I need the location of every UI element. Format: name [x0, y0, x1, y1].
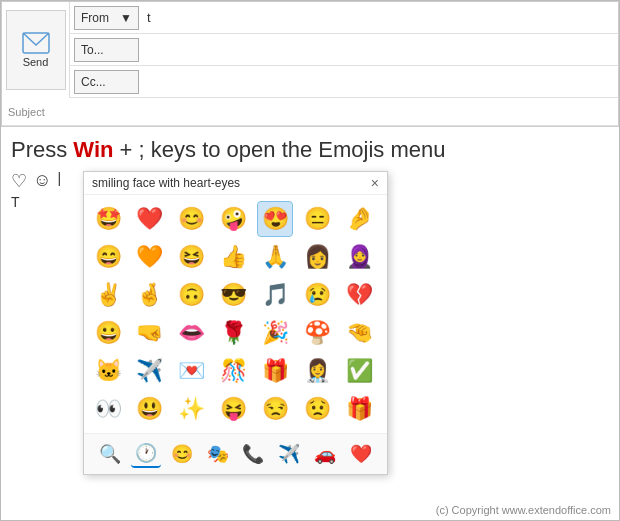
emoji-cell[interactable]: 🤪: [216, 201, 252, 237]
footer-icon[interactable]: 🚗: [310, 441, 340, 467]
emoji-cell[interactable]: ✨: [174, 391, 210, 427]
emoji-icon[interactable]: ☺: [33, 170, 51, 192]
to-button[interactable]: To...: [74, 38, 139, 62]
emoji-cell[interactable]: 👍: [216, 239, 252, 275]
emoji-cell[interactable]: ✅: [341, 353, 377, 389]
from-dropdown-icon: ▼: [120, 11, 132, 25]
copyright-text: (c) Copyright www.extendoffice.com: [436, 504, 611, 516]
emoji-cell[interactable]: 🙃: [174, 277, 210, 313]
emoji-cell[interactable]: 😄: [90, 239, 126, 275]
emoji-cell[interactable]: 😆: [174, 239, 210, 275]
footer-icon[interactable]: 🎭: [203, 441, 233, 467]
emoji-cell[interactable]: 🧕: [341, 239, 377, 275]
from-label: From: [81, 11, 109, 25]
emoji-cell[interactable]: 👀: [90, 391, 126, 427]
emoji-cell[interactable]: 😒: [257, 391, 293, 427]
emoji-close-button[interactable]: ×: [371, 176, 379, 190]
emoji-cell[interactable]: 😃: [132, 391, 168, 427]
heart-icon[interactable]: ♡: [11, 170, 27, 192]
emoji-cell[interactable]: 💌: [174, 353, 210, 389]
emoji-cell[interactable]: 🎵: [257, 277, 293, 313]
send-button[interactable]: Send: [6, 10, 66, 90]
from-input[interactable]: [143, 10, 618, 25]
emoji-cell[interactable]: 🌹: [216, 315, 252, 351]
send-label: Send: [23, 56, 49, 68]
emoji-cell[interactable]: 🤌: [341, 201, 377, 237]
from-button[interactable]: From ▼: [74, 6, 139, 30]
send-icon: [22, 32, 50, 54]
emoji-cell[interactable]: 👄: [174, 315, 210, 351]
emoji-cell[interactable]: ✌️: [90, 277, 126, 313]
emoji-cell[interactable]: 😝: [216, 391, 252, 427]
footer-icon[interactable]: ✈️: [274, 441, 304, 467]
emoji-cell[interactable]: 😟: [299, 391, 335, 427]
footer-icon[interactable]: ❤️: [346, 441, 376, 467]
subject-label: Subject: [8, 106, 45, 118]
emoji-picker: smiling face with heart-eyes × 🤩❤️😊🤪😍😑🤌😄…: [83, 171, 388, 475]
emoji-cell[interactable]: 👩: [299, 239, 335, 275]
footer-icon[interactable]: 🕐: [131, 440, 161, 468]
cc-label: Cc...: [81, 75, 106, 89]
emoji-cell[interactable]: 💔: [341, 277, 377, 313]
emoji-cell[interactable]: 😑: [299, 201, 335, 237]
emoji-cell[interactable]: ✈️: [132, 353, 168, 389]
emoji-cell[interactable]: 🎁: [257, 353, 293, 389]
emoji-cell[interactable]: ❤️: [132, 201, 168, 237]
emoji-cell[interactable]: 😍: [257, 201, 293, 237]
emoji-cell[interactable]: 🙏: [257, 239, 293, 275]
emoji-cell[interactable]: 😢: [299, 277, 335, 313]
to-input[interactable]: [143, 42, 618, 57]
emoji-cell[interactable]: 🤩: [90, 201, 126, 237]
emoji-cell[interactable]: 🍄: [299, 315, 335, 351]
emoji-picker-title: smiling face with heart-eyes: [92, 176, 240, 190]
emoji-grid: 🤩❤️😊🤪😍😑🤌😄🧡😆👍🙏👩🧕✌️🤞🙃😎🎵😢💔😀🤜👄🌹🎉🍄🤏🐱✈️💌🎊🎁👩‍⚕️…: [84, 195, 387, 433]
emoji-cell[interactable]: 🤞: [132, 277, 168, 313]
emoji-cell[interactable]: 😎: [216, 277, 252, 313]
subject-input[interactable]: [51, 104, 618, 119]
emoji-cell[interactable]: 😀: [90, 315, 126, 351]
cursor: |: [57, 170, 61, 192]
emoji-cell[interactable]: 🧡: [132, 239, 168, 275]
instruction-text: Press Win + ; keys to open the Emojis me…: [11, 135, 609, 166]
emoji-picker-footer: 🔍🕐😊🎭📞✈️🚗❤️: [84, 433, 387, 474]
emoji-cell[interactable]: 🤜: [132, 315, 168, 351]
cc-input[interactable]: [143, 74, 618, 89]
footer-icon[interactable]: 🔍: [95, 441, 125, 467]
emoji-cell[interactable]: 😊: [174, 201, 210, 237]
emoji-cell[interactable]: 🎊: [216, 353, 252, 389]
emoji-cell[interactable]: 🐱: [90, 353, 126, 389]
footer-icon[interactable]: 📞: [238, 441, 268, 467]
emoji-cell[interactable]: 👩‍⚕️: [299, 353, 335, 389]
emoji-cell[interactable]: 🎉: [257, 315, 293, 351]
emoji-cell[interactable]: 🎁: [341, 391, 377, 427]
footer-icon[interactable]: 😊: [167, 441, 197, 467]
to-label: To...: [81, 43, 104, 57]
win-key: Win: [73, 137, 113, 162]
emoji-cell[interactable]: 🤏: [341, 315, 377, 351]
cc-button[interactable]: Cc...: [74, 70, 139, 94]
